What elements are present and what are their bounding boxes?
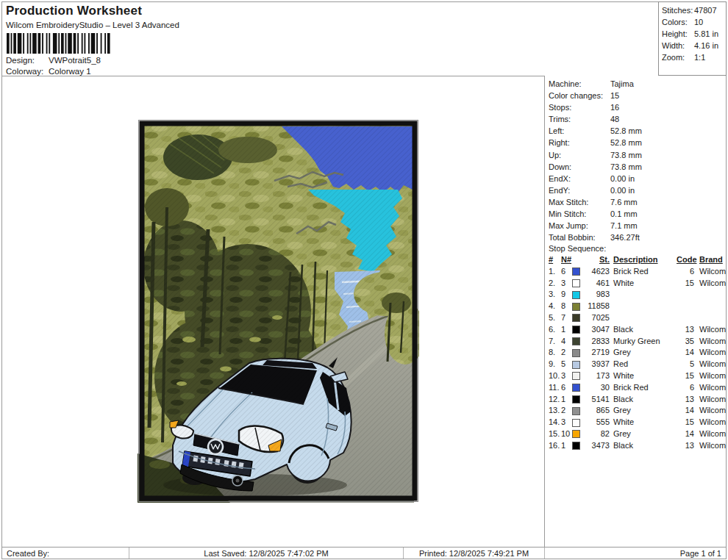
stop-needle: 9 [561,289,572,301]
stop-num: 15. [549,428,561,440]
stop-sequence-row: 11. 6 30 Brick Red 6 Wilcom [549,382,727,394]
stop-sequence-row: 13. 2 865 Grey 14 Wilcom [549,405,727,417]
stop-needle: 6 [561,266,572,278]
machine-info-row: Down: 73.8 mm [549,161,727,173]
thread-swatch [572,395,585,403]
stop-code: 14 [677,347,694,359]
thread-swatch [572,326,585,334]
thread-color-icon [572,349,580,357]
design-row: Design: VWPotrait5_8 [6,56,101,65]
summary-row: Colors: 10 [662,16,726,28]
stop-sequence-row: 8. 2 2719 Grey 14 Wilcom [549,347,727,359]
machine-info-label: Left: [549,125,610,137]
thread-color-icon [572,268,580,276]
col-header-description: Description [610,254,677,266]
thread-swatch [572,407,585,415]
machine-info-value: 346.27ft [610,231,640,243]
stop-description: White [610,278,677,290]
colorway-value: Colorway 1 [49,67,91,76]
stop-code: 14 [677,428,694,440]
barcode [6,33,138,54]
stop-num: 7. [549,336,561,348]
stop-code: 13 [677,394,694,406]
app-subtitle: Wilcom EmbroideryStudio – Level 3 Advanc… [6,21,179,29]
stop-needle: 6 [561,382,572,394]
machine-info-value: 73.8 mm [610,161,642,173]
stop-num: 2. [549,278,561,290]
machine-info-value: 7.6 mm [610,196,638,208]
stop-needle: 7 [561,312,572,324]
summary-row: Height: 5.81 in [662,28,726,40]
stop-brand: Wilcom [694,266,726,278]
stop-code: 15 [677,370,694,382]
machine-info-value: 0.00 in [610,173,635,184]
thread-swatch [572,349,585,357]
summary-value: 5.81 in [694,28,718,40]
machine-info-row: Max Jump: 7.1 mm [549,220,727,231]
machine-info-value: 0.1 mm [610,208,638,220]
machine-info-label: EndY: [549,184,610,196]
stop-sequence-table: # N# St. Description Code Brand 1. 6 462… [549,254,727,452]
machine-info-value: Tajima [610,78,634,90]
stop-description: Black [610,440,677,452]
header-bottom-border [1,76,544,76]
thread-swatch [572,314,585,322]
stop-brand: Wilcom [694,394,726,406]
stop-brand: Wilcom [694,336,726,348]
thread-swatch [572,291,585,299]
stop-needle: 1 [561,394,572,406]
stop-sequence-row: 4. 8 11858 [549,301,727,312]
stop-code: 35 [677,336,694,348]
stop-description: Red [610,359,677,370]
footer-last-saved: Last Saved: 12/8/2025 7:47:02 PM [129,548,404,559]
stop-sequence-label: Stop Sequence: [549,243,606,254]
stop-sequence-row: 10. 3 173 White 15 Wilcom [549,370,727,382]
machine-info-row: Left: 52.8 mm [549,125,727,137]
stop-brand: Wilcom [694,278,726,290]
stop-description: Black [610,324,677,336]
stop-stitches: 4623 [585,266,610,278]
machine-info-label: Trims: [549,113,610,125]
stop-needle: 3 [561,417,572,428]
stop-num: 10. [549,370,561,382]
stop-sequence-row: 16. 1 3473 Black 13 Wilcom [549,440,727,452]
thread-swatch [572,430,585,438]
stop-needle: 4 [561,336,572,348]
thread-swatch [572,384,585,392]
summary-value: 10 [694,16,703,28]
machine-info-value: 52.8 mm [610,137,642,148]
stop-stitches: 173 [585,370,610,382]
page-top-border [1,1,727,2]
stop-sequence-row: 3. 9 983 [549,289,727,301]
stop-num: 11. [549,382,561,394]
stop-sequence-header: # N# St. Description Code Brand [549,254,727,266]
stop-num: 1. [549,266,561,278]
stop-num: 13. [549,405,561,417]
stop-stitches: 865 [585,405,610,417]
summary-label: Colors: [662,16,694,28]
stop-stitches: 3937 [585,359,610,370]
machine-info-label: Stops: [549,101,610,113]
summary-value: 1:1 [694,51,705,63]
stop-sequence-row: 9. 5 3937 Red 5 Wilcom [549,359,727,370]
stop-stitches: 5141 [585,394,610,406]
stop-code: 13 [677,324,694,336]
stop-code: 13 [677,440,694,452]
summary-row: Zoom: 1:1 [662,51,726,63]
machine-info-label: Right: [549,137,610,148]
thread-color-icon [572,430,580,438]
thread-swatch [572,419,585,427]
machine-info-value: 48 [610,113,619,125]
stop-brand: Wilcom [694,324,726,336]
thread-swatch [572,303,585,311]
thread-color-icon [572,372,580,380]
summary-value: 4.16 in [694,40,718,51]
stop-description: Grey [610,347,677,359]
stop-needle: 2 [561,405,572,417]
colorway-row: Colorway: Colorway 1 [6,67,91,76]
stop-description: Grey [610,428,677,440]
thread-color-icon [572,337,580,345]
machine-info-row: EndY: 0.00 in [549,184,727,196]
col-header-num: # [549,254,561,266]
stop-brand: Wilcom [694,417,726,428]
